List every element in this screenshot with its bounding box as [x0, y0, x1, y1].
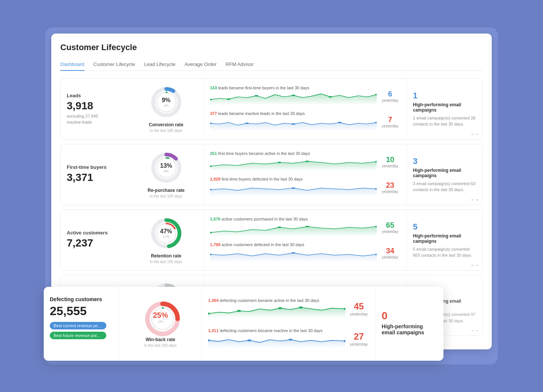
tab-dashboard[interactable]: Dashboard: [60, 58, 84, 71]
svg-point-24: [291, 187, 295, 189]
leads-trend-1: 143 leads became first-time buyers in th…: [210, 83, 400, 109]
ftb-value: 3,371: [67, 172, 123, 184]
svg-point-52: [247, 339, 252, 341]
defecting-tag-future[interactable]: Best future revenue potent...: [50, 332, 106, 339]
ftb-trend-1-yesterday: 10 yesterday: [380, 155, 400, 168]
svg-point-32: [305, 226, 309, 227]
defecting-donut: 25% 1%: [144, 300, 178, 334]
leads-trend-1-yesterday: 6 yesterday: [380, 90, 400, 103]
leads-campaign-desc: 1 email campaign(s) converted 28 contact…: [413, 115, 476, 127]
ftb-donut: 13% 4%: [149, 151, 183, 185]
leads-trend-2-info: 377 leads became inactive leads in the l…: [210, 111, 377, 132]
active-value: 7,237: [67, 237, 123, 249]
ftb-expand-icon[interactable]: ⌄⌄: [470, 196, 479, 202]
defecting-donut-col: 25% 1% Win-back rate in the last 290 day…: [119, 287, 202, 361]
active-campaign-title: High-performing email campaigns: [413, 233, 476, 244]
section-leads: Leads 3,918 excluding 27,945inactive lea…: [60, 78, 483, 139]
svg-point-47: [237, 310, 241, 312]
active-trend-1-text: 1,676 active customers purchased in the …: [210, 217, 377, 221]
page-title: Customer Lifecycle: [60, 43, 483, 52]
defecting-trend-1-text: 1,304 defecting customers became active …: [208, 298, 345, 303]
ftb-trend-2-text: 1,028 first-time buyers defected in the …: [210, 177, 377, 181]
defecting-trend-2-yesterday: 27 yesterday: [348, 331, 369, 346]
leads-trend-2: 377 leads became inactive leads in the l…: [210, 109, 400, 135]
leads-campaign-count: 1: [413, 91, 417, 101]
active-campaign-desc: 5 email campaign(s) converted 663 contac…: [413, 246, 476, 259]
tab-customer-lifecycle[interactable]: Customer Lifecycle: [94, 58, 135, 71]
svg-point-21: [305, 161, 309, 162]
leads-sub: excluding 27,945inactive leads: [67, 113, 123, 125]
svg-point-53: [288, 338, 293, 340]
svg-point-35: [291, 252, 295, 254]
active-trend-2-text: 1,798 active customers defected in the l…: [210, 242, 377, 247]
active-trend-2-yesterday: 34 yesterday: [380, 247, 400, 259]
ftb-label: First-time buyers: [67, 164, 123, 170]
active-label: Active customers: [67, 230, 123, 236]
section-active: Active customers 7,237 47% 17% R: [60, 210, 483, 271]
active-trend-1-yesterday: 65 yesterday: [380, 221, 400, 234]
svg-point-49: [299, 306, 303, 308]
svg-point-48: [278, 307, 282, 309]
leads-trend-1-info: 143 leads became first-time buyers in th…: [210, 86, 377, 107]
defecting-campaign-title: High-performing email campaigns: [382, 323, 437, 335]
defecting-tags: Best current revenue pote... Best future…: [50, 322, 113, 339]
section-ftb: First-time buyers 3,371 13% 4% R: [60, 144, 483, 205]
leads-donut-col: 9% 1% Conversion rate in the last 180 da…: [129, 79, 204, 139]
ftb-donut-label: Re-purchase rate: [147, 188, 184, 193]
defecting-donut-sublabel: in the last 290 days: [144, 343, 176, 348]
leads-donut: 9% 1%: [149, 85, 183, 119]
svg-point-11: [245, 122, 249, 124]
ftb-donut-col: 13% 4% Re-purchase rate in the last 100 …: [129, 144, 204, 205]
svg-point-12: [291, 123, 295, 125]
ftb-metric: First-time buyers 3,371: [61, 144, 129, 205]
inactive-expand-icon[interactable]: ⌄⌄: [470, 326, 479, 332]
active-expand-icon[interactable]: ⌄⌄: [470, 261, 479, 267]
defecting-trend-1-yesterday: 45 yesterday: [348, 301, 369, 316]
leads-label: Leads: [67, 93, 123, 98]
ftb-trend-1-text: 251 first-time buyers became active in t…: [210, 151, 377, 156]
ftb-trends: 251 first-time buyers became active in t…: [204, 144, 407, 205]
active-campaign-count: 5: [413, 222, 417, 232]
defecting-trend-2-text: 1,311 defecting customers became inactiv…: [208, 328, 345, 333]
ftb-trend-2-yesterday: 23 yesterday: [380, 181, 400, 194]
tab-average-order[interactable]: Average Order: [184, 58, 216, 71]
leads-trend-1-text: 143 leads became first-time buyers in th…: [210, 86, 377, 90]
leads-trends: 143 leads became first-time buyers in th…: [204, 79, 407, 139]
defecting-value: 25,555: [50, 304, 113, 318]
defecting-trend-1: 1,304 defecting customers became active …: [208, 296, 369, 322]
active-trend-1: 1,676 active customers purchased in the …: [210, 214, 400, 240]
active-donut-col: 47% 17% Retention rate in the last 100 d…: [129, 210, 204, 270]
svg-point-31: [278, 227, 281, 228]
defecting-card: Defecting customers 25,555 Best current …: [44, 287, 443, 361]
tab-rfm-advisor[interactable]: RFM Advisor: [225, 58, 253, 71]
leads-trend-2-yesterday: 7 yesterday: [380, 115, 400, 128]
leads-expand-icon[interactable]: ⌄⌄: [470, 130, 479, 136]
ftb-trend-1: 251 first-time buyers became active in t…: [210, 149, 400, 175]
active-trends: 1,676 active customers purchased in the …: [204, 210, 407, 270]
defecting-inner: Defecting customers 25,555 Best current …: [44, 287, 443, 361]
outer-wrapper: Customer Lifecycle Dashboard Customer Li…: [45, 28, 498, 364]
svg-point-20: [278, 162, 281, 163]
tab-lead-lifecycle[interactable]: Lead Lifecycle: [144, 58, 175, 71]
ftb-donut-sublabel: in the last 100 days: [150, 194, 182, 199]
svg-point-13: [338, 122, 342, 123]
tabs-bar: Dashboard Customer Lifecycle Lead Lifecy…: [60, 58, 483, 71]
ftb-campaign-count: 3: [413, 156, 417, 166]
ftb-campaign-title: High-performing email campaigns: [413, 168, 476, 178]
leads-metric: Leads 3,918 excluding 27,945inactive lea…: [61, 79, 129, 139]
main-card: Customer Lifecycle Dashboard Customer Li…: [51, 34, 492, 349]
defecting-trends-col: 1,304 defecting customers became active …: [202, 287, 376, 361]
defecting-label: Defecting customers: [50, 296, 113, 303]
defecting-trend-2: 1,311 defecting customers became inactiv…: [208, 326, 369, 352]
leads-campaign-title: High-performing email campaigns: [413, 102, 476, 113]
svg-point-6: [255, 95, 258, 96]
active-trend-2: 1,798 active customers defected in the l…: [210, 240, 400, 266]
defecting-tag-current[interactable]: Best current revenue pote...: [50, 322, 106, 329]
defecting-metric-col: Defecting customers 25,555 Best current …: [44, 287, 119, 361]
svg-point-5: [227, 98, 230, 100]
defecting-campaign-count: 0: [382, 310, 388, 322]
svg-point-7: [291, 95, 295, 96]
defecting-campaigns: 0 High-performing email campaigns: [376, 287, 443, 361]
active-donut-sublabel: in the last 100 days: [150, 259, 182, 264]
leads-trend-2-text: 377 leads became inactive leads in the l…: [210, 111, 377, 116]
